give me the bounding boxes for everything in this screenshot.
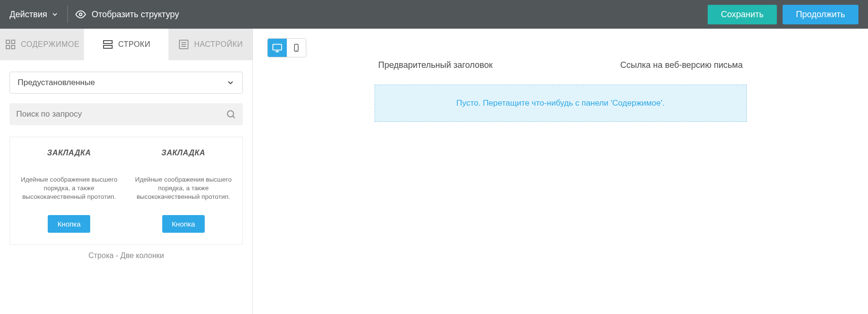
- svg-rect-5: [104, 41, 112, 43]
- svg-point-11: [228, 111, 234, 117]
- preset-dropdown[interactable]: Предустановленные: [10, 72, 243, 94]
- canvas: Предварительный заголовок Ссылка на веб-…: [253, 29, 868, 314]
- webversion-link[interactable]: Ссылка на веб-версию письма: [620, 60, 743, 70]
- chevron-down-icon: [226, 78, 235, 87]
- rows-icon: [102, 39, 114, 50]
- desktop-view-button[interactable]: [268, 39, 287, 57]
- svg-rect-4: [11, 45, 15, 49]
- topbar-left: Действия Отобразить структуру: [10, 6, 179, 23]
- svg-line-12: [233, 116, 235, 118]
- device-toggle: [267, 38, 306, 57]
- tab-rows-label: СТРОКИ: [118, 40, 150, 49]
- dropzone-text: Пусто. Перетащите что-нибудь с панели 'С…: [456, 98, 664, 108]
- grid-icon: [5, 39, 16, 50]
- row-template-card[interactable]: ЗАКЛАДКА Идейные соображения высшего пор…: [10, 137, 243, 245]
- actions-dropdown[interactable]: Действия: [10, 6, 68, 23]
- sidebar-tabs: СОДЕРЖИМОЕ СТРОКИ НАСТРОЙКИ: [0, 29, 252, 60]
- tab-settings-label: НАСТРОЙКИ: [194, 40, 243, 49]
- search-wrap: [10, 103, 243, 125]
- col-title: ЗАКЛАДКА: [19, 149, 120, 157]
- template-col: ЗАКЛАДКА Идейные соображения высшего пор…: [14, 146, 125, 239]
- topbar: Действия Отобразить структуру Сохранить …: [0, 0, 868, 29]
- svg-point-0: [79, 13, 82, 16]
- svg-rect-13: [273, 44, 282, 50]
- row-template-cols: ЗАКЛАДКА Идейные соображения высшего пор…: [14, 146, 239, 239]
- content-dropzone[interactable]: Пусто. Перетащите что-нибудь с панели 'С…: [375, 85, 747, 122]
- tab-content-label: СОДЕРЖИМОЕ: [21, 40, 80, 49]
- desktop-icon: [272, 43, 282, 53]
- actions-label: Действия: [10, 10, 47, 20]
- svg-rect-3: [6, 45, 10, 49]
- chevron-down-icon: [51, 11, 59, 18]
- svg-rect-2: [11, 40, 15, 43]
- tab-rows[interactable]: СТРОКИ: [84, 29, 168, 60]
- template-button[interactable]: Кнопка: [48, 215, 90, 233]
- settings-icon: [178, 39, 189, 50]
- svg-rect-1: [6, 40, 10, 43]
- col-body: Идейные соображения высшего порядка, а т…: [133, 175, 234, 202]
- svg-rect-6: [104, 45, 112, 48]
- preset-label: Предустановленные: [18, 78, 95, 87]
- template-button[interactable]: Кнопка: [162, 215, 205, 233]
- template-col: ЗАКЛАДКА Идейные соображения высшего пор…: [128, 146, 239, 239]
- show-structure-button[interactable]: Отобразить структуру: [75, 9, 179, 20]
- continue-button[interactable]: Продолжить: [783, 5, 858, 24]
- tab-settings[interactable]: НАСТРОЙКИ: [168, 29, 252, 60]
- sidebar-body: Предустановленные ЗАКЛАДКА Идейные сообр…: [0, 60, 252, 314]
- mobile-view-button[interactable]: [287, 39, 306, 57]
- eye-icon: [75, 9, 86, 20]
- save-button[interactable]: Сохранить: [708, 5, 777, 24]
- sidebar: СОДЕРЖИМОЕ СТРОКИ НАСТРОЙКИ Предустановл…: [0, 29, 253, 314]
- search-input[interactable]: [16, 109, 226, 119]
- search-icon: [226, 109, 236, 119]
- tab-content[interactable]: СОДЕРЖИМОЕ: [0, 29, 84, 60]
- mobile-icon: [292, 43, 301, 52]
- main: СОДЕРЖИМОЕ СТРОКИ НАСТРОЙКИ Предустановл…: [0, 29, 868, 314]
- col-body: Идейные соображения высшего порядка, а т…: [19, 175, 120, 202]
- row-template-label: Строка - Две колонки: [10, 251, 243, 260]
- preheader-text: Предварительный заголовок: [378, 60, 493, 70]
- col-title: ЗАКЛАДКА: [133, 149, 234, 157]
- preview-headers: Предварительный заголовок Ссылка на веб-…: [375, 60, 747, 70]
- show-structure-label: Отобразить структуру: [92, 10, 179, 20]
- topbar-right: Сохранить Продолжить: [708, 5, 858, 24]
